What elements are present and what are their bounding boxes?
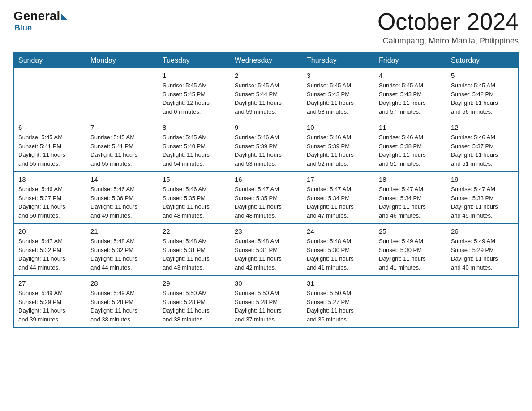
- day-info: Sunrise: 5:47 AM Sunset: 5:32 PM Dayligh…: [18, 237, 81, 272]
- day-number: 6: [18, 124, 81, 131]
- weekday-header-thursday: Thursday: [302, 53, 374, 68]
- day-number: 20: [18, 227, 81, 235]
- calendar-cell: 16Sunrise: 5:47 AM Sunset: 5:35 PM Dayli…: [230, 172, 302, 224]
- week-row-0: 1Sunrise: 5:45 AM Sunset: 5:45 PM Daylig…: [14, 68, 519, 120]
- calendar-header: SundayMondayTuesdayWednesdayThursdayFrid…: [14, 53, 519, 68]
- day-info: Sunrise: 5:46 AM Sunset: 5:35 PM Dayligh…: [163, 185, 225, 220]
- day-info: Sunrise: 5:45 AM Sunset: 5:42 PM Dayligh…: [451, 81, 514, 116]
- calendar-cell: 18Sunrise: 5:47 AM Sunset: 5:34 PM Dayli…: [374, 172, 446, 224]
- day-info: Sunrise: 5:48 AM Sunset: 5:31 PM Dayligh…: [235, 237, 297, 272]
- logo-general-text: General: [13, 9, 60, 23]
- calendar-cell: 26Sunrise: 5:49 AM Sunset: 5:29 PM Dayli…: [446, 224, 519, 276]
- calendar-cell: 9Sunrise: 5:46 AM Sunset: 5:39 PM Daylig…: [230, 120, 302, 172]
- logo-blue-text: Blue: [14, 23, 32, 33]
- calendar-cell: 19Sunrise: 5:47 AM Sunset: 5:33 PM Dayli…: [446, 172, 519, 224]
- day-number: 13: [18, 176, 81, 183]
- weekday-header-friday: Friday: [374, 53, 446, 68]
- day-info: Sunrise: 5:50 AM Sunset: 5:28 PM Dayligh…: [235, 289, 297, 324]
- title-area: October 2024 Calumpang, Metro Manila, Ph…: [378, 9, 519, 46]
- day-info: Sunrise: 5:48 AM Sunset: 5:31 PM Dayligh…: [163, 237, 225, 272]
- day-number: 31: [307, 279, 369, 287]
- calendar-cell: 21Sunrise: 5:48 AM Sunset: 5:32 PM Dayli…: [86, 224, 158, 276]
- calendar-table: SundayMondayTuesdayWednesdayThursdayFrid…: [13, 52, 519, 328]
- day-number: 7: [90, 124, 153, 131]
- day-info: Sunrise: 5:46 AM Sunset: 5:39 PM Dayligh…: [235, 133, 297, 168]
- weekday-header-wednesday: Wednesday: [230, 53, 302, 68]
- day-info: Sunrise: 5:45 AM Sunset: 5:41 PM Dayligh…: [90, 133, 153, 168]
- calendar-cell: 17Sunrise: 5:47 AM Sunset: 5:34 PM Dayli…: [302, 172, 374, 224]
- calendar-cell: 2Sunrise: 5:45 AM Sunset: 5:44 PM Daylig…: [230, 68, 302, 120]
- week-row-3: 20Sunrise: 5:47 AM Sunset: 5:32 PM Dayli…: [14, 224, 519, 276]
- calendar-cell: 5Sunrise: 5:45 AM Sunset: 5:42 PM Daylig…: [446, 68, 519, 120]
- day-info: Sunrise: 5:46 AM Sunset: 5:36 PM Dayligh…: [90, 185, 153, 220]
- day-number: 15: [163, 176, 225, 183]
- day-number: 5: [451, 72, 514, 79]
- day-number: 17: [307, 176, 369, 183]
- day-info: Sunrise: 5:47 AM Sunset: 5:33 PM Dayligh…: [451, 185, 514, 220]
- calendar-cell: [14, 68, 86, 120]
- calendar-cell: 3Sunrise: 5:45 AM Sunset: 5:43 PM Daylig…: [302, 68, 374, 120]
- day-info: Sunrise: 5:45 AM Sunset: 5:44 PM Dayligh…: [235, 81, 297, 116]
- calendar-cell: 6Sunrise: 5:45 AM Sunset: 5:41 PM Daylig…: [14, 120, 86, 172]
- calendar-cell: [446, 276, 519, 328]
- day-number: 28: [90, 279, 153, 287]
- week-row-2: 13Sunrise: 5:46 AM Sunset: 5:37 PM Dayli…: [14, 172, 519, 224]
- day-info: Sunrise: 5:45 AM Sunset: 5:45 PM Dayligh…: [163, 81, 225, 116]
- day-info: Sunrise: 5:49 AM Sunset: 5:30 PM Dayligh…: [379, 237, 442, 272]
- day-number: 14: [90, 176, 153, 183]
- calendar-cell: 11Sunrise: 5:46 AM Sunset: 5:38 PM Dayli…: [374, 120, 446, 172]
- header: General Blue October 2024 Calumpang, Met…: [13, 9, 519, 46]
- weekday-header-row: SundayMondayTuesdayWednesdayThursdayFrid…: [14, 53, 519, 68]
- day-info: Sunrise: 5:46 AM Sunset: 5:37 PM Dayligh…: [18, 185, 81, 220]
- calendar-cell: 20Sunrise: 5:47 AM Sunset: 5:32 PM Dayli…: [14, 224, 86, 276]
- calendar-cell: 10Sunrise: 5:46 AM Sunset: 5:39 PM Dayli…: [302, 120, 374, 172]
- calendar-cell: [86, 68, 158, 120]
- calendar-cell: 15Sunrise: 5:46 AM Sunset: 5:35 PM Dayli…: [158, 172, 230, 224]
- day-number: 24: [307, 227, 369, 235]
- calendar-cell: 14Sunrise: 5:46 AM Sunset: 5:36 PM Dayli…: [86, 172, 158, 224]
- day-info: Sunrise: 5:45 AM Sunset: 5:43 PM Dayligh…: [379, 81, 442, 116]
- calendar-cell: 30Sunrise: 5:50 AM Sunset: 5:28 PM Dayli…: [230, 276, 302, 328]
- weekday-header-tuesday: Tuesday: [158, 53, 230, 68]
- page-subtitle: Calumpang, Metro Manila, Philippines: [378, 36, 519, 46]
- day-number: 18: [379, 176, 442, 183]
- calendar-body: 1Sunrise: 5:45 AM Sunset: 5:45 PM Daylig…: [14, 68, 519, 328]
- logo: General: [13, 9, 67, 23]
- calendar-cell: 27Sunrise: 5:49 AM Sunset: 5:29 PM Dayli…: [14, 276, 86, 328]
- calendar-cell: [374, 276, 446, 328]
- day-number: 2: [235, 72, 297, 79]
- day-number: 22: [163, 227, 225, 235]
- weekday-header-sunday: Sunday: [14, 53, 86, 68]
- day-info: Sunrise: 5:48 AM Sunset: 5:30 PM Dayligh…: [307, 237, 369, 272]
- day-number: 26: [451, 227, 514, 235]
- calendar-cell: 29Sunrise: 5:50 AM Sunset: 5:28 PM Dayli…: [158, 276, 230, 328]
- week-row-1: 6Sunrise: 5:45 AM Sunset: 5:41 PM Daylig…: [14, 120, 519, 172]
- day-info: Sunrise: 5:45 AM Sunset: 5:40 PM Dayligh…: [163, 133, 225, 168]
- day-info: Sunrise: 5:47 AM Sunset: 5:34 PM Dayligh…: [307, 185, 369, 220]
- logo-area: General Blue: [13, 9, 67, 33]
- day-number: 1: [163, 72, 225, 79]
- day-info: Sunrise: 5:46 AM Sunset: 5:38 PM Dayligh…: [379, 133, 442, 168]
- day-number: 10: [307, 124, 369, 131]
- day-info: Sunrise: 5:49 AM Sunset: 5:29 PM Dayligh…: [451, 237, 514, 272]
- day-info: Sunrise: 5:48 AM Sunset: 5:32 PM Dayligh…: [90, 237, 153, 272]
- day-number: 8: [163, 124, 225, 131]
- day-info: Sunrise: 5:49 AM Sunset: 5:29 PM Dayligh…: [18, 289, 81, 324]
- day-number: 4: [379, 72, 442, 79]
- day-number: 3: [307, 72, 369, 79]
- day-number: 27: [18, 279, 81, 287]
- weekday-header-saturday: Saturday: [446, 53, 519, 68]
- page-title: October 2024: [378, 9, 519, 34]
- day-number: 12: [451, 124, 514, 131]
- calendar-cell: 7Sunrise: 5:45 AM Sunset: 5:41 PM Daylig…: [86, 120, 158, 172]
- week-row-4: 27Sunrise: 5:49 AM Sunset: 5:29 PM Dayli…: [14, 276, 519, 328]
- day-number: 16: [235, 176, 297, 183]
- calendar-cell: 22Sunrise: 5:48 AM Sunset: 5:31 PM Dayli…: [158, 224, 230, 276]
- day-info: Sunrise: 5:45 AM Sunset: 5:41 PM Dayligh…: [18, 133, 81, 168]
- day-number: 11: [379, 124, 442, 131]
- day-number: 19: [451, 176, 514, 183]
- day-info: Sunrise: 5:49 AM Sunset: 5:28 PM Dayligh…: [90, 289, 153, 324]
- day-number: 25: [379, 227, 442, 235]
- day-number: 29: [163, 279, 225, 287]
- day-info: Sunrise: 5:50 AM Sunset: 5:28 PM Dayligh…: [163, 289, 225, 324]
